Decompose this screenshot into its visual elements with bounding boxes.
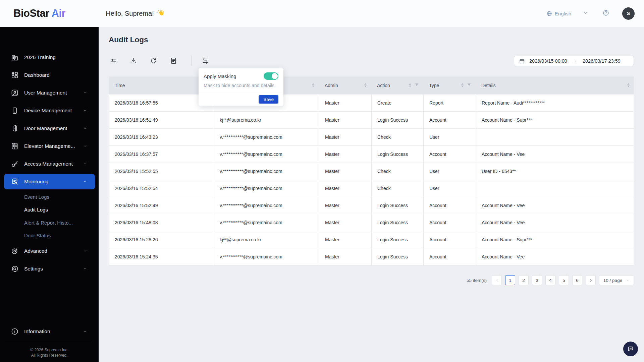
chevron-down-icon <box>83 108 87 113</box>
table-cell: Create <box>371 95 423 111</box>
table-row[interactable]: 2026/03/16 15:52:55v.***********@suprema… <box>109 163 634 180</box>
table-cell: Check <box>371 180 423 197</box>
chevron-down-icon <box>626 278 630 282</box>
popup-divider <box>199 92 283 92</box>
download-button[interactable] <box>129 57 138 65</box>
table-row[interactable]: 2026/03/16 16:57:55MasterCreateReportRep… <box>109 94 634 111</box>
page-button-5[interactable]: 5 <box>559 275 569 285</box>
table-cell: Master <box>319 197 371 214</box>
prev-page-button[interactable] <box>492 275 502 285</box>
table-cell: Account <box>423 112 476 128</box>
table-cell: Master <box>319 95 371 111</box>
next-page-button[interactable] <box>586 275 596 285</box>
sidebar-item-access-management[interactable]: Access Management <box>0 155 99 173</box>
sort-icon[interactable] <box>312 83 315 88</box>
page-button-2[interactable]: 2 <box>519 275 529 285</box>
page-button-3[interactable]: 3 <box>532 275 542 285</box>
sort-icon[interactable] <box>627 83 630 88</box>
sidebar-item-elevator-manageme[interactable]: Elevator Manageme... <box>0 137 99 155</box>
table-row[interactable]: 2026/03/16 15:52:54v.***********@suprema… <box>109 180 634 197</box>
avatar[interactable]: S <box>622 7 635 20</box>
audit-logs-table: Time Admin Action Type Details <box>109 76 634 265</box>
report-button[interactable] <box>170 57 178 65</box>
table-row[interactable]: 2026/03/16 15:24:35v.***********@suprema… <box>109 248 634 265</box>
column-header-type[interactable]: Type <box>423 77 476 94</box>
table-row[interactable]: 2026/03/16 16:43:23v.***********@suprema… <box>109 128 634 145</box>
chevron-down-icon <box>83 329 87 334</box>
sidebar-item-dashboard[interactable]: Dashboard <box>0 66 99 84</box>
column-header-time[interactable]: Time <box>109 77 214 94</box>
table-row[interactable]: 2026/03/16 15:48:08v.***********@suprema… <box>109 214 634 231</box>
table-cell: v.***********@supremainc.com <box>214 197 319 214</box>
sort-icon[interactable] <box>461 83 464 88</box>
table-row[interactable]: 2026/03/16 15:52:49v.***********@suprema… <box>109 197 634 214</box>
sidebar: 2026 Training Dashboard User Management … <box>0 27 99 362</box>
sidebar-item-user-management[interactable]: User Management <box>0 84 99 102</box>
table-cell: Account <box>423 197 476 214</box>
language-selector[interactable]: English <box>546 10 571 17</box>
sidebar-item-label: Door Management <box>24 125 67 131</box>
sidebar-item-settings[interactable]: Settings <box>0 260 99 278</box>
column-header-action[interactable]: Action <box>371 77 423 94</box>
table-cell: 2026/03/16 16:37:57 <box>109 146 214 163</box>
sidebar-subitem-event-logs[interactable]: Event Logs <box>0 190 99 203</box>
table-cell: v.***********@supremainc.com <box>214 248 319 265</box>
column-header-details[interactable]: Details <box>476 77 634 94</box>
chat-icon <box>627 345 635 354</box>
masking-icon <box>202 57 210 65</box>
table-cell: v.***********@supremainc.com <box>214 129 319 145</box>
advanced-icon <box>11 247 19 255</box>
page-button-1[interactable]: 1 <box>505 275 515 285</box>
sidebar-item-door-management[interactable]: Door Management <box>0 119 99 137</box>
table-cell: Master <box>319 163 371 180</box>
save-button[interactable]: Save <box>259 95 278 104</box>
sidebar-item-advanced[interactable]: Advanced <box>0 242 99 260</box>
logo-primary: BioStar <box>13 7 49 19</box>
filter-settings-button[interactable] <box>109 57 117 65</box>
page-button-4[interactable]: 4 <box>545 275 555 285</box>
table-cell: User <box>423 163 476 180</box>
waving-hand-icon <box>157 9 164 18</box>
sort-icon[interactable] <box>364 83 367 88</box>
table-cell: Account <box>423 248 476 265</box>
date-range-end[interactable]: 2026/03/17 23:59 <box>583 58 621 64</box>
table-cell: kj**@suprema.co.kr <box>214 231 319 248</box>
help-button[interactable] <box>602 9 609 17</box>
sidebar-subitem-audit-logs[interactable]: Audit Logs <box>0 203 99 217</box>
site-icon <box>11 53 19 61</box>
sort-icon[interactable] <box>409 83 412 88</box>
filter-icon[interactable] <box>467 83 471 88</box>
filter-icon[interactable] <box>415 83 419 88</box>
sidebar-item-information[interactable]: Information <box>0 322 99 340</box>
sidebar-subitem-door-status[interactable]: Door Status <box>0 229 99 242</box>
chat-button[interactable] <box>623 342 638 356</box>
column-header-admin[interactable]: Admin <box>319 77 371 94</box>
chevron-down-icon <box>83 144 87 148</box>
table-cell: Account Name - Vee <box>476 248 634 265</box>
refresh-button[interactable] <box>150 57 158 65</box>
sidebar-item-label: Advanced <box>24 248 47 254</box>
table-row[interactable]: 2026/03/16 16:37:57v.***********@suprema… <box>109 145 634 163</box>
calendar-icon <box>519 58 525 64</box>
table-row[interactable]: 2026/03/16 15:28:26kj**@suprema.co.krMas… <box>109 231 634 248</box>
sidebar-subitem-alert-report-histo[interactable]: Alert & Report Histo... <box>0 216 99 229</box>
page-size-select[interactable]: 10 / page <box>599 275 634 285</box>
language-label: English <box>555 11 571 16</box>
table-cell: 2026/03/16 15:52:55 <box>109 163 214 180</box>
sidebar-item-device-management[interactable]: Device Management <box>0 102 99 119</box>
date-range-start[interactable]: 2026/03/15 00:00 <box>529 58 567 64</box>
chevron-left-icon <box>495 278 499 283</box>
sidebar-divider <box>5 343 93 343</box>
toolbar <box>109 56 210 65</box>
sidebar-item-monitoring[interactable]: Monitoring <box>4 174 95 189</box>
page-button-6[interactable]: 6 <box>572 275 582 285</box>
apply-masking-toggle[interactable] <box>264 72 278 80</box>
sidebar-item-2026-training[interactable]: 2026 Training <box>0 48 99 66</box>
masking-button[interactable] <box>202 57 210 65</box>
info-icon <box>11 327 19 336</box>
greeting-text: Hello, Suprema! <box>106 9 164 18</box>
table-row[interactable]: 2026/03/16 16:51:49kj**@suprema.co.krMas… <box>109 111 634 128</box>
date-range-picker[interactable]: 2026/03/15 00:00 → 2026/03/17 23:59 <box>514 56 634 66</box>
language-chevron-down-icon[interactable] <box>583 10 588 17</box>
chevron-down-icon <box>83 126 87 130</box>
